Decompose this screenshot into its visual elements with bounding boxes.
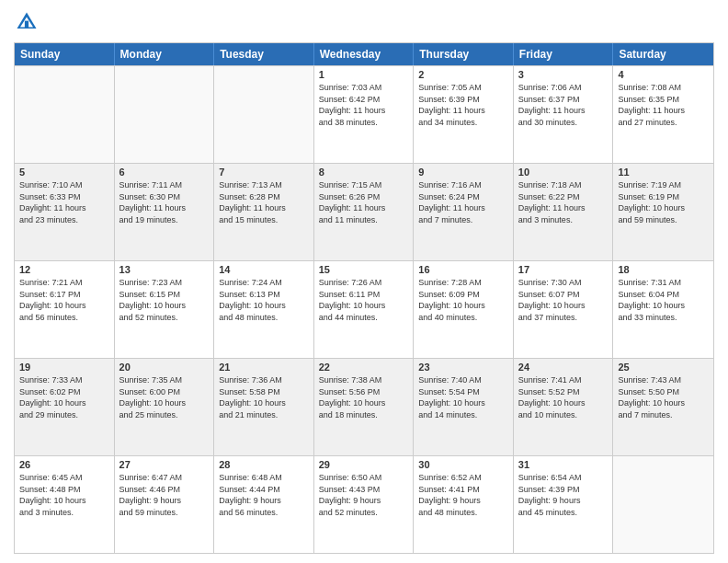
day-number: 18 <box>618 264 709 275</box>
day-info: Sunrise: 7:24 AM Sunset: 6:13 PM Dayligh… <box>219 277 309 323</box>
day-cell: 17Sunrise: 7:30 AM Sunset: 6:07 PM Dayli… <box>514 261 614 358</box>
calendar-week-row: 19Sunrise: 7:33 AM Sunset: 6:02 PM Dayli… <box>15 358 713 455</box>
day-info: Sunrise: 7:41 AM Sunset: 5:52 PM Dayligh… <box>518 374 609 420</box>
day-cell: 24Sunrise: 7:41 AM Sunset: 5:52 PM Dayli… <box>514 359 614 455</box>
day-info: Sunrise: 7:05 AM Sunset: 6:39 PM Dayligh… <box>418 82 508 128</box>
day-info: Sunrise: 7:31 AM Sunset: 6:04 PM Dayligh… <box>618 277 709 323</box>
day-info: Sunrise: 7:33 AM Sunset: 6:02 PM Dayligh… <box>19 374 109 420</box>
day-cell: 12Sunrise: 7:21 AM Sunset: 6:17 PM Dayli… <box>15 261 115 358</box>
day-info: Sunrise: 6:54 AM Sunset: 4:39 PM Dayligh… <box>518 472 609 518</box>
day-number: 6 <box>119 167 210 178</box>
day-number: 24 <box>518 362 609 373</box>
day-number: 16 <box>418 264 508 275</box>
weekday-header: Sunday <box>15 43 115 65</box>
day-cell: 26Sunrise: 6:45 AM Sunset: 4:48 PM Dayli… <box>15 456 115 553</box>
day-number: 22 <box>319 362 409 373</box>
day-cell: 22Sunrise: 7:38 AM Sunset: 5:56 PM Dayli… <box>314 359 415 455</box>
day-info: Sunrise: 7:06 AM Sunset: 6:37 PM Dayligh… <box>518 82 609 128</box>
day-info: Sunrise: 7:26 AM Sunset: 6:11 PM Dayligh… <box>319 277 409 323</box>
day-info: Sunrise: 6:48 AM Sunset: 4:44 PM Dayligh… <box>219 472 309 518</box>
day-number: 10 <box>518 167 609 178</box>
day-info: Sunrise: 6:47 AM Sunset: 4:46 PM Dayligh… <box>119 472 210 518</box>
empty-cell <box>613 456 713 553</box>
empty-cell <box>115 66 215 163</box>
day-number: 31 <box>518 459 609 470</box>
day-cell: 11Sunrise: 7:19 AM Sunset: 6:19 PM Dayli… <box>613 164 713 260</box>
day-cell: 27Sunrise: 6:47 AM Sunset: 4:46 PM Dayli… <box>115 456 215 553</box>
day-info: Sunrise: 6:45 AM Sunset: 4:48 PM Dayligh… <box>19 472 109 518</box>
day-cell: 16Sunrise: 7:28 AM Sunset: 6:09 PM Dayli… <box>414 261 514 358</box>
day-info: Sunrise: 7:08 AM Sunset: 6:35 PM Dayligh… <box>618 82 709 128</box>
day-info: Sunrise: 7:23 AM Sunset: 6:15 PM Dayligh… <box>119 277 210 323</box>
calendar-week-row: 12Sunrise: 7:21 AM Sunset: 6:17 PM Dayli… <box>15 260 713 358</box>
day-cell: 13Sunrise: 7:23 AM Sunset: 6:15 PM Dayli… <box>115 261 215 358</box>
day-cell: 25Sunrise: 7:43 AM Sunset: 5:50 PM Dayli… <box>613 359 713 455</box>
day-cell: 18Sunrise: 7:31 AM Sunset: 6:04 PM Dayli… <box>613 261 713 358</box>
day-info: Sunrise: 7:13 AM Sunset: 6:28 PM Dayligh… <box>219 179 309 225</box>
calendar-body: 1Sunrise: 7:03 AM Sunset: 6:42 PM Daylig… <box>15 65 713 553</box>
day-number: 13 <box>119 264 210 275</box>
weekday-header: Tuesday <box>214 43 314 65</box>
day-number: 1 <box>319 69 409 80</box>
day-cell: 29Sunrise: 6:50 AM Sunset: 4:43 PM Dayli… <box>314 456 415 553</box>
empty-cell <box>15 66 115 163</box>
day-cell: 2Sunrise: 7:05 AM Sunset: 6:39 PM Daylig… <box>414 66 514 163</box>
day-info: Sunrise: 7:28 AM Sunset: 6:09 PM Dayligh… <box>418 277 508 323</box>
calendar-week-row: 5Sunrise: 7:10 AM Sunset: 6:33 PM Daylig… <box>15 163 713 260</box>
day-number: 17 <box>518 264 609 275</box>
day-info: Sunrise: 6:52 AM Sunset: 4:41 PM Dayligh… <box>418 472 508 518</box>
day-cell: 3Sunrise: 7:06 AM Sunset: 6:37 PM Daylig… <box>514 66 614 163</box>
day-cell: 19Sunrise: 7:33 AM Sunset: 6:02 PM Dayli… <box>15 359 115 455</box>
day-cell: 5Sunrise: 7:10 AM Sunset: 6:33 PM Daylig… <box>15 164 115 260</box>
day-info: Sunrise: 7:43 AM Sunset: 5:50 PM Dayligh… <box>618 374 709 420</box>
day-number: 30 <box>418 459 508 470</box>
svg-rect-2 <box>25 21 28 29</box>
logo <box>14 9 43 35</box>
day-number: 19 <box>19 362 109 373</box>
day-number: 23 <box>418 362 508 373</box>
weekday-header: Thursday <box>414 43 514 65</box>
logo-icon <box>14 9 40 35</box>
day-number: 3 <box>518 69 609 80</box>
day-info: Sunrise: 7:03 AM Sunset: 6:42 PM Dayligh… <box>319 82 409 128</box>
calendar-week-row: 26Sunrise: 6:45 AM Sunset: 4:48 PM Dayli… <box>15 455 713 553</box>
weekday-header: Wednesday <box>314 43 415 65</box>
day-number: 14 <box>219 264 309 275</box>
day-info: Sunrise: 7:38 AM Sunset: 5:56 PM Dayligh… <box>319 374 409 420</box>
day-cell: 4Sunrise: 7:08 AM Sunset: 6:35 PM Daylig… <box>613 66 713 163</box>
day-info: Sunrise: 6:50 AM Sunset: 4:43 PM Dayligh… <box>319 472 409 518</box>
day-cell: 10Sunrise: 7:18 AM Sunset: 6:22 PM Dayli… <box>514 164 614 260</box>
weekday-header: Friday <box>514 43 614 65</box>
day-number: 28 <box>219 459 309 470</box>
day-number: 29 <box>319 459 409 470</box>
day-number: 9 <box>418 167 508 178</box>
day-info: Sunrise: 7:36 AM Sunset: 5:58 PM Dayligh… <box>219 374 309 420</box>
weekday-header: Saturday <box>613 43 713 65</box>
day-number: 7 <box>219 167 309 178</box>
day-cell: 23Sunrise: 7:40 AM Sunset: 5:54 PM Dayli… <box>414 359 514 455</box>
day-info: Sunrise: 7:11 AM Sunset: 6:30 PM Dayligh… <box>119 179 210 225</box>
day-cell: 15Sunrise: 7:26 AM Sunset: 6:11 PM Dayli… <box>314 261 415 358</box>
header <box>14 9 714 35</box>
day-cell: 14Sunrise: 7:24 AM Sunset: 6:13 PM Dayli… <box>214 261 314 358</box>
day-info: Sunrise: 7:30 AM Sunset: 6:07 PM Dayligh… <box>518 277 609 323</box>
day-number: 26 <box>19 459 109 470</box>
day-info: Sunrise: 7:40 AM Sunset: 5:54 PM Dayligh… <box>418 374 508 420</box>
day-number: 15 <box>319 264 409 275</box>
day-cell: 8Sunrise: 7:15 AM Sunset: 6:26 PM Daylig… <box>314 164 415 260</box>
calendar: SundayMondayTuesdayWednesdayThursdayFrid… <box>14 42 714 554</box>
day-number: 5 <box>19 167 109 178</box>
day-info: Sunrise: 7:16 AM Sunset: 6:24 PM Dayligh… <box>418 179 508 225</box>
day-cell: 1Sunrise: 7:03 AM Sunset: 6:42 PM Daylig… <box>314 66 415 163</box>
day-cell: 21Sunrise: 7:36 AM Sunset: 5:58 PM Dayli… <box>214 359 314 455</box>
day-number: 8 <box>319 167 409 178</box>
empty-cell <box>214 66 314 163</box>
day-cell: 28Sunrise: 6:48 AM Sunset: 4:44 PM Dayli… <box>214 456 314 553</box>
day-info: Sunrise: 7:15 AM Sunset: 6:26 PM Dayligh… <box>319 179 409 225</box>
day-info: Sunrise: 7:35 AM Sunset: 6:00 PM Dayligh… <box>119 374 210 420</box>
day-cell: 9Sunrise: 7:16 AM Sunset: 6:24 PM Daylig… <box>414 164 514 260</box>
day-info: Sunrise: 7:10 AM Sunset: 6:33 PM Dayligh… <box>19 179 109 225</box>
day-cell: 30Sunrise: 6:52 AM Sunset: 4:41 PM Dayli… <box>414 456 514 553</box>
day-number: 25 <box>618 362 709 373</box>
day-info: Sunrise: 7:19 AM Sunset: 6:19 PM Dayligh… <box>618 179 709 225</box>
